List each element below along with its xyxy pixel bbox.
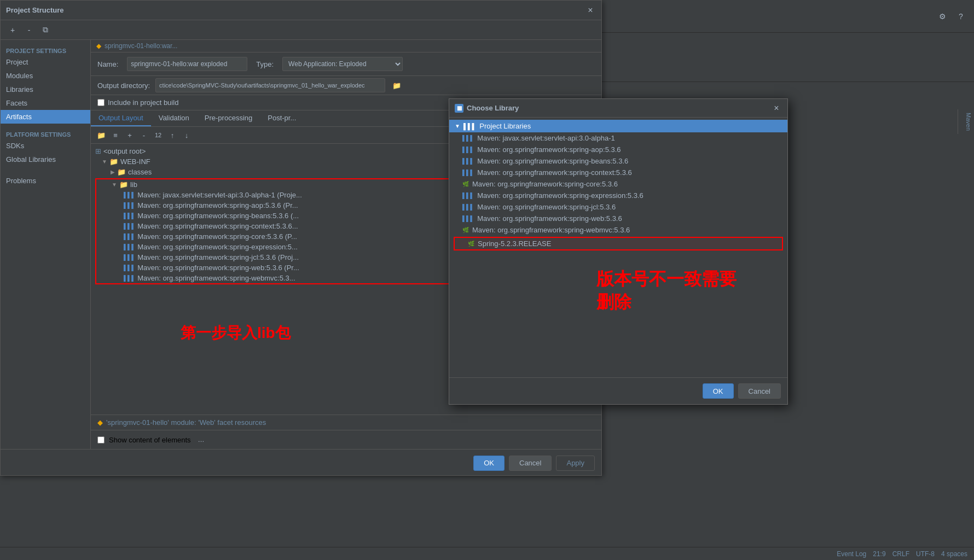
lib-web-label: Maven: org.springframework:spring-web:5.… — [137, 264, 299, 272]
lib-item-web-label: Maven: org.springframework:spring-web:5.… — [477, 214, 622, 223]
sidebar-item-project[interactable]: Project — [1, 55, 90, 69]
sidebar-item-libraries[interactable]: Libraries — [1, 83, 90, 96]
choose-lib-close-btn[interactable]: × — [771, 103, 782, 114]
name-input[interactable] — [127, 57, 247, 71]
output-root-icon: ⊞ — [95, 147, 101, 155]
event-log-btn[interactable]: Event Log — [837, 550, 866, 558]
status-encoding[interactable]: UTF-8 — [916, 550, 935, 558]
choose-lib-ok-btn[interactable]: OK — [703, 383, 734, 399]
lib-aop-bar-icon: ▌▌▌ — [462, 147, 474, 153]
project-settings-section-label: Project Settings — [1, 45, 90, 55]
remove-artifact-btn[interactable]: - — [22, 24, 36, 37]
sidebar: Project Settings Project Modules Librari… — [1, 40, 91, 449]
tab-output-layout[interactable]: Output Layout — [91, 110, 151, 126]
tab-preprocessing[interactable]: Pre-processing — [197, 110, 260, 126]
dialog-close-button[interactable]: × — [585, 5, 596, 16]
apply-button[interactable]: Apply — [556, 456, 595, 471]
lib-item-spring-release[interactable]: 🌿 Spring-5.2.3.RELEASE — [454, 237, 783, 250]
show-content-more-btn[interactable]: … — [195, 434, 207, 446]
lib-web-bar-icon: ▌▌▌ — [462, 215, 474, 221]
section-bar-icon: ▌▌▌ — [463, 123, 476, 130]
status-line-ending: CRLF — [892, 550, 909, 558]
sidebar-item-problems[interactable]: Problems — [1, 174, 90, 188]
choose-lib-title-text: Choose Library — [467, 104, 519, 112]
classes-label: classes — [128, 168, 152, 176]
browse-output-dir-btn[interactable]: 📁 — [391, 79, 403, 91]
tab-postprocessing[interactable]: Post-pr... — [260, 110, 304, 126]
settings-btn[interactable]: ⚙ — [935, 9, 950, 24]
lib-core-label: Maven: org.springframework:spring-core:5… — [137, 232, 297, 241]
sidebar-item-global-libraries[interactable]: Global Libraries — [1, 153, 90, 166]
status-bar: Event Log 21:9 CRLF UTF-8 4 spaces — [0, 547, 974, 560]
type-select[interactable]: Web Application: Exploded — [282, 57, 403, 71]
lib-item-spring-release-label: Spring-5.2.3.RELEASE — [478, 240, 551, 248]
output-dir-input[interactable] — [155, 78, 385, 92]
lib-item-webmvc[interactable]: 🌿 Maven: org.springframework:spring-webm… — [449, 224, 787, 236]
sidebar-item-modules[interactable]: Modules — [1, 69, 90, 83]
lib-item-jcl-label: Maven: org.springframework:spring-jcl:5.… — [477, 203, 616, 211]
lib-item-jcl[interactable]: ▌▌▌ Maven: org.springframework:spring-jc… — [449, 201, 787, 213]
show-content-checkbox[interactable] — [97, 436, 105, 444]
lib-bar-icon-9: ▌▌▌ — [124, 275, 135, 281]
tree-add-btn[interactable]: + — [124, 129, 136, 141]
choose-lib-cancel-btn[interactable]: Cancel — [738, 383, 781, 399]
lib-webmvc-label: Maven: org.springframework:spring-webmvc… — [137, 274, 295, 282]
lib-spring-green-icon: 🌿 — [468, 241, 474, 247]
bottom-info-bar: ◆ 'springmvc-01-hello' module: 'Web' fac… — [91, 415, 601, 430]
folder-classes-icon: 📁 — [117, 168, 126, 176]
sidebar-item-artifacts[interactable]: Artifacts — [1, 110, 90, 124]
sidebar-item-sdks[interactable]: SDKs — [1, 139, 90, 153]
tree-sort-btn[interactable]: 12 — [152, 129, 164, 141]
lib-expression-label: Maven: org.springframework:spring-expres… — [137, 243, 298, 251]
lib-servlet-bar-icon: ▌▌▌ — [462, 135, 474, 141]
status-indent[interactable]: 4 spaces — [941, 550, 967, 558]
sidebar-item-facets[interactable]: Facets — [1, 96, 90, 110]
lib-bar-icon-1: ▌▌▌ — [124, 192, 135, 198]
choose-lib-title-container: ▦ Choose Library — [455, 104, 519, 113]
tree-up-btn[interactable]: ↑ — [166, 129, 178, 141]
lib-item-expression[interactable]: ▌▌▌ Maven: org.springframework:spring-ex… — [449, 190, 787, 201]
include-build-checkbox[interactable] — [97, 99, 105, 106]
tree-down-btn[interactable]: ↓ — [181, 129, 193, 141]
bottom-info-text: 'springmvc-01-hello' module: 'Web' facet… — [106, 418, 266, 427]
output-root-label: <output root> — [103, 147, 146, 155]
lib-item-core[interactable]: 🌿 Maven: org.springframework:spring-core… — [449, 178, 787, 190]
tree-tool-1[interactable]: 📁 — [95, 129, 107, 141]
tree-tool-2[interactable]: ≡ — [109, 129, 121, 141]
project-libraries-section-header[interactable]: ▼ ▌▌▌ Project Libraries — [449, 120, 787, 132]
lib-label: lib — [130, 180, 137, 189]
lib-item-servlet-label: Maven: javax.servlet:servlet-api:3.0-alp… — [477, 134, 614, 142]
tab-validation[interactable]: Validation — [151, 110, 197, 126]
cancel-button[interactable]: Cancel — [509, 456, 552, 471]
dialog-titlebar: Project Structure × — [1, 1, 601, 20]
tree-remove-btn[interactable]: - — [138, 129, 150, 141]
lib-bar-icon-7: ▌▌▌ — [124, 254, 135, 260]
lib-servlet-label: Maven: javax.servlet:servlet-api:3.0-alp… — [137, 191, 302, 199]
lib-bar-icon-4: ▌▌▌ — [124, 223, 135, 229]
artifact-path-item[interactable]: springmvc-01-hello:war... — [105, 42, 177, 50]
lib-item-servlet[interactable]: ▌▌▌ Maven: javax.servlet:servlet-api:3.0… — [449, 132, 787, 144]
add-artifact-btn[interactable]: + — [6, 24, 19, 37]
lib-bar-icon-6: ▌▌▌ — [124, 244, 135, 250]
lib-jcl-bar-icon: ▌▌▌ — [462, 204, 474, 210]
dialog-top-toolbar: + - ⧉ — [1, 20, 601, 40]
lib-item-context[interactable]: ▌▌▌ Maven: org.springframework:spring-co… — [449, 167, 787, 178]
lib-item-web[interactable]: ▌▌▌ Maven: org.springframework:spring-we… — [449, 213, 787, 224]
maven-panel-label[interactable]: Maven — [958, 109, 974, 134]
lib-item-aop[interactable]: ▌▌▌ Maven: org.springframework:spring-ao… — [449, 144, 787, 155]
lib-item-context-label: Maven: org.springframework:spring-contex… — [477, 168, 632, 177]
help-btn[interactable]: ? — [953, 9, 969, 24]
lib-bar-icon-5: ▌▌▌ — [124, 234, 135, 240]
lib-jcl-label: Maven: org.springframework:spring-jcl:5.… — [137, 253, 299, 261]
folder-webinf-icon: 📁 — [109, 158, 118, 166]
show-content-label: Show content of elements — [109, 436, 191, 444]
ok-button[interactable]: OK — [473, 456, 505, 471]
include-build-label: Include in project build — [108, 98, 178, 107]
copy-artifact-btn[interactable]: ⧉ — [39, 24, 52, 37]
choose-lib-bottom: OK Cancel — [449, 377, 787, 404]
expand-lib-icon: ▼ — [112, 182, 117, 188]
output-dir-row: Output directory: 📁 — [91, 76, 601, 95]
output-dir-label: Output directory: — [97, 81, 150, 90]
lib-item-beans[interactable]: ▌▌▌ Maven: org.springframework:spring-be… — [449, 155, 787, 167]
type-label: Type: — [256, 60, 274, 68]
